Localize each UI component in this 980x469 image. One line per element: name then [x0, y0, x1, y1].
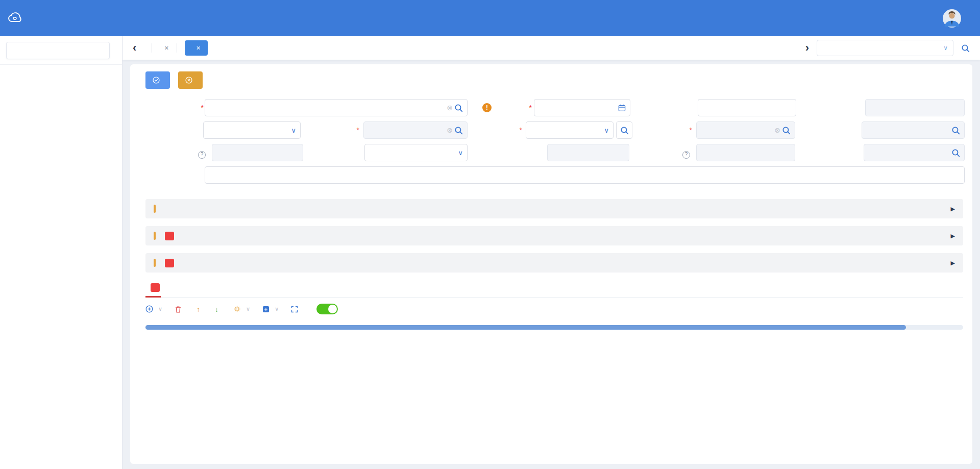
- calendar-icon[interactable]: [618, 104, 626, 112]
- doc-no-input: [870, 104, 960, 112]
- question-icon[interactable]: ?: [198, 151, 206, 159]
- pay-target-input[interactable]: [208, 126, 289, 134]
- section-contract-settlement[interactable]: ▶: [145, 199, 963, 218]
- delete-row-button[interactable]: [175, 306, 184, 313]
- expand-arrow-icon: ▶: [951, 260, 955, 266]
- reimburser-input[interactable]: [866, 126, 950, 134]
- user-no-field[interactable]: [698, 99, 796, 116]
- question-icon[interactable]: ?: [682, 151, 690, 159]
- chevron-down-icon: ∨: [275, 306, 279, 312]
- expand-arrow-icon: ▶: [951, 206, 955, 212]
- tabs-scroll-left-icon[interactable]: ‹: [133, 42, 136, 54]
- label-user-no: [627, 99, 693, 116]
- project-input[interactable]: [209, 104, 445, 112]
- cost-planning-button[interactable]: ∨: [262, 306, 279, 313]
- chevron-down-icon[interactable]: ∨: [458, 149, 463, 157]
- close-button[interactable]: [178, 71, 203, 89]
- move-up-button[interactable]: ↑: [197, 305, 203, 313]
- arrow-up-icon: ↑: [197, 305, 200, 313]
- immersive-entry-button[interactable]: [291, 306, 301, 313]
- tab-settlement-list[interactable]: ×: [160, 44, 168, 52]
- close-tab-icon[interactable]: ×: [197, 44, 201, 52]
- section-accent: [154, 232, 156, 240]
- plus-circle-icon: [145, 305, 153, 313]
- toggle-on-icon[interactable]: [316, 304, 338, 314]
- header-form: ⊗ !: [145, 99, 965, 190]
- clear-icon[interactable]: ⊗: [447, 126, 453, 134]
- sidebar: [0, 36, 122, 469]
- invoice-type-select[interactable]: ∨: [364, 144, 468, 161]
- counterparty-input[interactable]: [368, 126, 445, 134]
- bid-project-input[interactable]: [868, 149, 950, 157]
- tab-bar: ‹ × × › ∨: [122, 36, 980, 60]
- current-payable-field: [696, 144, 795, 161]
- tab-detail-lines[interactable]: [145, 281, 161, 297]
- user-box[interactable]: [929, 0, 980, 36]
- label-bid-project: [790, 144, 856, 161]
- tax-input: [552, 149, 625, 157]
- doc-no-field: [865, 99, 965, 116]
- chevron-down-icon: ∨: [246, 306, 250, 312]
- section-accent: [154, 205, 156, 213]
- label-tax: [479, 144, 545, 161]
- tax-inclusive-toggle[interactable]: [313, 304, 338, 314]
- date-field[interactable]: [534, 99, 630, 116]
- tab-settlement-new[interactable]: ×: [185, 40, 208, 56]
- avatar: [942, 9, 962, 28]
- search-icon[interactable]: [454, 104, 463, 112]
- handler-field[interactable]: ⊗: [696, 121, 795, 139]
- chevron-down-icon[interactable]: ∨: [604, 127, 609, 134]
- contract-input[interactable]: [530, 126, 602, 134]
- project-field[interactable]: ⊗: [205, 99, 468, 116]
- expand-control[interactable]: ▶: [946, 206, 955, 212]
- horizontal-scrollbar: [145, 325, 963, 330]
- project-select[interactable]: ∨: [817, 40, 953, 56]
- detail-toolbar: ∨ ↑ ↓ ∨ ∨: [145, 298, 965, 321]
- deduction-count-badge: [165, 259, 174, 267]
- label-project: [145, 99, 204, 116]
- pay-target-select[interactable]: ∨: [203, 121, 301, 139]
- handler-input[interactable]: [701, 126, 773, 134]
- chevron-down-icon: ∨: [158, 306, 162, 312]
- label-remark: [145, 166, 204, 184]
- batch-ops-button[interactable]: ∨: [233, 305, 250, 313]
- clear-icon[interactable]: ⊗: [774, 126, 780, 134]
- section-deduction-detail[interactable]: ▶: [145, 253, 963, 273]
- current-payable-input: [701, 149, 791, 157]
- tabs-scroll-right-icon[interactable]: ›: [805, 42, 809, 54]
- project-search-icon[interactable]: [961, 44, 970, 53]
- user-no-input[interactable]: [702, 104, 792, 112]
- form-card: ⊗ !: [130, 64, 972, 464]
- close-circle-icon: [185, 77, 192, 84]
- invoice-type-input[interactable]: [369, 149, 456, 157]
- remark-field[interactable]: [205, 166, 965, 184]
- expand-control[interactable]: ▶: [946, 260, 955, 266]
- top-bar: [0, 0, 980, 36]
- label-doc-no: [792, 99, 859, 116]
- save-button[interactable]: [145, 71, 170, 89]
- add-row-button[interactable]: ∨: [145, 305, 162, 313]
- close-tab-icon[interactable]: ×: [164, 44, 168, 52]
- detail-count-badge: [151, 283, 160, 292]
- expand-control[interactable]: ▶: [946, 233, 955, 239]
- menu-search-input[interactable]: [6, 42, 110, 59]
- date-input[interactable]: [538, 104, 617, 112]
- bid-project-field[interactable]: [864, 144, 965, 161]
- tax-field: [547, 144, 629, 161]
- attachment-count-badge: [165, 232, 174, 240]
- reimburser-field[interactable]: [862, 121, 965, 139]
- label-handler: [626, 121, 692, 139]
- section-attachments[interactable]: ▶: [145, 226, 963, 245]
- detail-tab-row: [145, 280, 963, 298]
- counterparty-field[interactable]: ⊗: [363, 121, 468, 139]
- search-icon[interactable]: [951, 126, 960, 135]
- search-icon[interactable]: [951, 149, 960, 157]
- clear-icon[interactable]: ⊗: [447, 104, 453, 112]
- label-current-settle: ?: [145, 144, 208, 161]
- scrollbar-thumb[interactable]: [145, 325, 906, 330]
- contract-select[interactable]: ∨: [526, 121, 614, 139]
- fullscreen-brackets-icon: [291, 306, 298, 313]
- remark-input[interactable]: [209, 171, 960, 179]
- move-down-button[interactable]: ↓: [215, 305, 221, 313]
- current-settle-field: [212, 144, 303, 161]
